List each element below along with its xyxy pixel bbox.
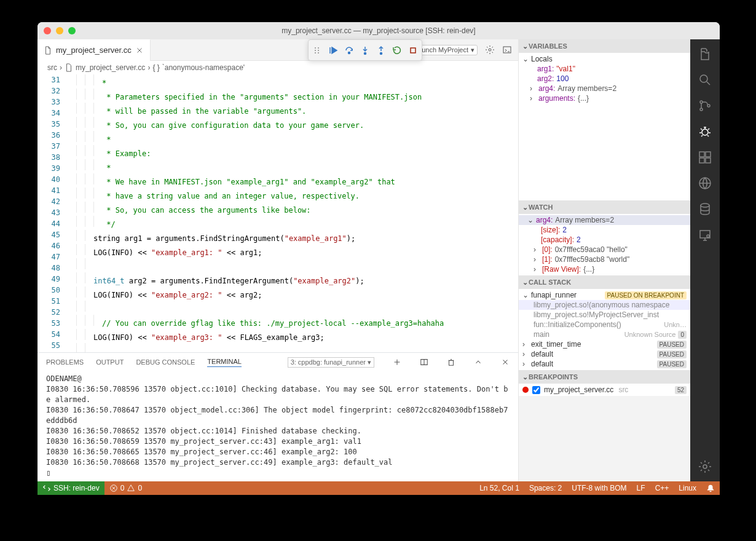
eol-status[interactable]: LF [632,481,650,495]
errors-status[interactable]: 0 0 [104,481,147,495]
breakpoint-row[interactable]: my_project_server.cc src52 [519,385,690,395]
breakpoint-checkbox[interactable] [532,386,540,394]
indent-status[interactable]: Spaces: 2 [524,481,567,495]
grip-icon[interactable] [312,45,322,55]
svg-point-4 [318,50,319,51]
titlebar: my_project_server.cc — my_project-source… [37,22,720,39]
panel-tab-debug-console[interactable]: DEBUG CONSOLE [136,358,195,366]
file-icon [44,46,52,55]
svg-point-3 [318,47,319,49]
thread-row[interactable]: ›exit_timer_timePAUSED [519,339,690,349]
callstack-header[interactable]: ⌄CALL STACK [519,275,690,289]
panel-tab-problems[interactable]: PROBLEMS [46,358,84,366]
plus-icon[interactable] [393,358,401,366]
tab-bar: my_project_server.cc DEBUG [37,39,518,61]
svg-point-2 [315,52,316,53]
watch-row[interactable]: ›[Raw View]: {...} [519,264,690,274]
watch-root[interactable]: ⌄arg4: Array members=2 [519,215,690,225]
watch-row[interactable]: [capacity]: 2 [519,235,690,245]
svg-rect-15 [503,47,511,53]
svg-point-0 [315,47,316,49]
code-editor[interactable]: 3132333435363738394041424344454647484950… [37,74,518,352]
remote-explorer-icon[interactable] [698,176,712,191]
breadcrumb-symbol[interactable]: `anonymous-namespace' [162,63,245,72]
breadcrumb-file[interactable]: my_project_server.cc [76,63,145,72]
svg-point-14 [489,49,491,51]
breadcrumb-folder[interactable]: src [47,63,57,72]
watch-header[interactable]: ⌄WATCH [519,200,690,214]
svg-point-29 [703,465,707,468]
watch-row[interactable]: [size]: 2 [519,225,690,235]
svg-point-19 [707,105,710,107]
callstack-thread[interactable]: ⌄funapi_runnerPAUSED ON BREAKPOINT [519,290,690,300]
stack-frame[interactable]: fun::InitializeComponents()Unkn… [519,320,690,330]
breadcrumb[interactable]: src› my_project_server.cc› { } `anonymou… [37,61,518,74]
window-close[interactable] [44,27,51,34]
search-icon[interactable] [698,73,712,87]
extensions-icon[interactable] [698,150,712,165]
stack-frame[interactable]: mainUnknown Source0 [519,330,690,339]
chevron-up-icon[interactable] [474,358,482,366]
stop-icon[interactable] [408,45,418,55]
remote-window-icon[interactable] [698,227,712,242]
debug-console-icon[interactable] [502,45,512,55]
panel-tabs: PROBLEMSOUTPUTDEBUG CONSOLETERMINAL3: cp… [37,353,518,371]
window-maximize[interactable] [68,27,76,34]
trash-icon[interactable] [447,358,455,366]
cursor-position[interactable]: Ln 52, Col 1 [474,481,524,495]
variables-scope[interactable]: ⌄Locals [519,54,690,64]
step-out-icon[interactable] [376,45,386,55]
variable-row[interactable]: ›arg4: Array members=2 [519,84,690,93]
restart-icon[interactable] [392,45,402,55]
stack-frame[interactable]: libmy_project.so!(anonymous namespace [519,300,690,310]
continue-icon[interactable] [328,45,338,55]
variables-header[interactable]: ⌄VARIABLES [519,39,690,53]
panel-tab-output[interactable]: OUTPUT [96,358,124,366]
debug-toolbar[interactable] [308,39,422,61]
svg-rect-23 [706,158,711,163]
step-into-icon[interactable] [360,45,370,55]
breakpoints-header[interactable]: ⌄BREAKPOINTS [519,370,690,384]
thread-row[interactable]: ›defaultPAUSED [519,359,690,369]
window-minimize[interactable] [56,27,63,34]
notifications-icon[interactable] [701,481,720,495]
svg-point-7 [364,52,366,54]
close-icon[interactable] [501,358,510,366]
svg-rect-21 [699,152,704,157]
explorer-icon[interactable] [698,47,712,61]
activity-bar [690,39,720,481]
settings-gear-icon[interactable] [698,459,712,474]
source-control-icon[interactable] [698,98,712,113]
encoding-status[interactable]: UTF-8 with BOM [567,481,631,495]
debug-icon[interactable] [698,124,712,139]
svg-rect-22 [699,158,704,163]
thread-row[interactable]: ›defaultPAUSED [519,349,690,359]
step-over-icon[interactable] [344,45,354,55]
split-terminal-icon[interactable] [420,358,428,366]
terminal-select[interactable]: 3: cppdbg: funapi_runner ▾ [288,357,374,368]
svg-point-18 [700,108,703,111]
svg-point-28 [707,235,709,237]
watch-row[interactable]: ›[1]: 0x7fffec59acb8 "world" [519,255,690,264]
variable-row[interactable]: ›arguments: {...} [519,93,690,103]
watch-row[interactable]: ›[0]: 0x7fffec59aca0 "hello" [519,245,690,255]
panel-tab-terminal[interactable]: TERMINAL [207,358,242,367]
os-status[interactable]: Linux [674,481,701,495]
variable-row[interactable]: arg1: "val1" [519,64,690,74]
terminal-output[interactable]: ODENAME@ I0830 16:36:50.708596 13570 obj… [37,371,518,481]
tab-file[interactable]: my_project_server.cc [37,39,151,61]
close-icon[interactable] [135,46,144,55]
svg-point-8 [380,52,382,54]
ssh-status[interactable]: SSH: rein-dev [37,481,104,495]
language-status[interactable]: C++ [650,481,674,495]
file-icon [65,63,73,72]
svg-rect-24 [706,152,711,157]
svg-point-17 [700,101,703,103]
database-icon[interactable] [698,202,712,216]
svg-rect-9 [411,48,415,53]
gear-icon[interactable] [485,45,495,55]
stack-frame[interactable]: libmy_project.so!MyProjectServer_inst [519,310,690,320]
svg-point-20 [702,129,708,135]
svg-point-6 [348,52,350,53]
variable-row[interactable]: arg2: 100 [519,74,690,84]
